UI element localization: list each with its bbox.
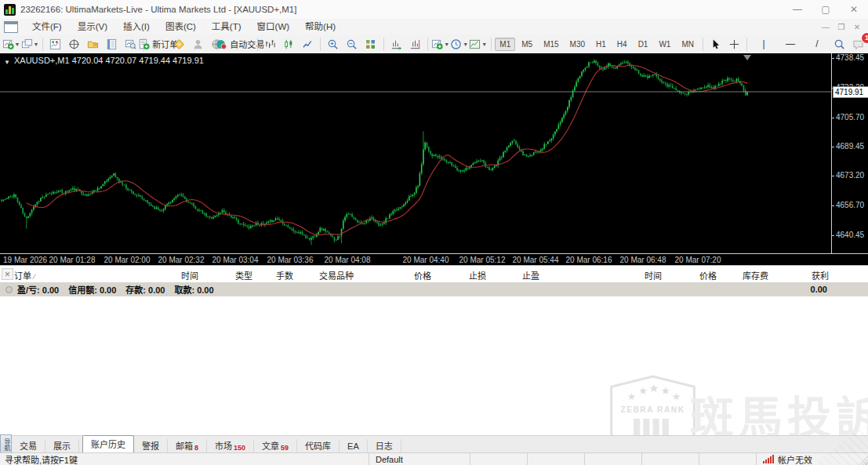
- tile-windows-button[interactable]: [362, 36, 380, 52]
- price-chart[interactable]: [0, 53, 831, 253]
- request-quotes-icon: [192, 38, 204, 50]
- market-watch-button[interactable]: [47, 36, 64, 52]
- column-header[interactable]: 时间: [645, 269, 662, 282]
- time-axis-label: 20 Mar 03:04: [212, 256, 259, 264]
- current-price-box: 4719.91: [833, 86, 868, 98]
- chart-restore-icon[interactable]: ❐: [833, 20, 849, 33]
- time-axis-label: 20 Mar 06:16: [566, 256, 612, 264]
- timeframe-mn-button[interactable]: MN: [677, 38, 699, 51]
- indicators-button[interactable]: ▼: [432, 36, 449, 52]
- data-window-button[interactable]: [66, 36, 83, 52]
- column-header[interactable]: 价格: [414, 269, 431, 282]
- new-chart-button[interactable]: ▼: [2, 36, 20, 52]
- status-empty-cell: [527, 453, 584, 465]
- column-header[interactable]: 交易品种: [319, 269, 354, 282]
- request-quotes-button[interactable]: [190, 36, 207, 52]
- toolbar: ▼▼新订单自动交易▼▼▼M1M5M15M30H1H4D1W1MN|—/1: [0, 35, 868, 54]
- time-axis-label: 20 Mar 02:00: [104, 256, 151, 264]
- column-header[interactable]: 获利: [812, 269, 829, 282]
- trendline-button[interactable]: /: [804, 36, 830, 52]
- column-header[interactable]: 时间: [181, 269, 198, 282]
- data-window-icon: [68, 38, 80, 50]
- timeframe-w1-button[interactable]: W1: [654, 38, 675, 51]
- periods-icon: [450, 38, 462, 50]
- timeframe-h4-button[interactable]: H4: [612, 38, 632, 51]
- chart-shift-button[interactable]: [406, 36, 423, 52]
- time-axis-label: 20 Mar 07:20: [675, 256, 721, 264]
- minimize-icon[interactable]: —: [783, 0, 812, 19]
- menu-item[interactable]: 窗口(W): [249, 22, 298, 31]
- new-order-button[interactable]: 新订单: [147, 36, 169, 52]
- docked-panel-tab[interactable]: 导航: [0, 434, 12, 454]
- vertical-line-icon: |: [762, 38, 764, 49]
- timeframe-m1-button[interactable]: M1: [495, 38, 515, 51]
- periods-button[interactable]: ▼: [451, 36, 468, 52]
- timeframe-h1-button[interactable]: H1: [591, 38, 611, 51]
- time-axis-label: 20 Mar 04:40: [403, 256, 449, 264]
- bars-chart-button[interactable]: [261, 36, 278, 52]
- column-header[interactable]: 手数: [276, 269, 293, 282]
- price-axis[interactable]: 4738.454722.204705.704689.454673.204656.…: [831, 53, 868, 253]
- strategy-tester-button[interactable]: [122, 36, 140, 52]
- notification-badge: 1: [862, 33, 868, 43]
- status-profile-cell[interactable]: Default: [369, 453, 470, 465]
- menu-item[interactable]: 文件(F): [24, 22, 70, 31]
- timeframe-m5-button[interactable]: M5: [517, 38, 537, 51]
- navigator-button[interactable]: [85, 36, 102, 52]
- new-chart-icon: [2, 38, 14, 50]
- close-icon[interactable]: ✕: [840, 0, 868, 19]
- menu-item[interactable]: 工具(T): [204, 22, 249, 31]
- time-axis[interactable]: 19 Mar 202620 Mar 01:2820 Mar 02:0020 Ma…: [0, 253, 868, 266]
- line-chart-button[interactable]: [299, 36, 316, 52]
- search-button[interactable]: [831, 36, 848, 52]
- chart-minimize-icon[interactable]: —: [818, 20, 833, 33]
- terminal-button[interactable]: [104, 36, 121, 52]
- menu-item[interactable]: 帮助(H): [297, 22, 343, 31]
- menu-item[interactable]: 图表(C): [158, 22, 204, 31]
- chevron-down-icon: ▼: [481, 42, 487, 47]
- menu-item[interactable]: 插入(I): [115, 22, 158, 31]
- notifications-button[interactable]: 1: [850, 36, 867, 52]
- metaeditor-button[interactable]: [171, 36, 188, 52]
- metaeditor-icon: [173, 38, 185, 50]
- time-axis-label: 20 Mar 06:48: [620, 256, 666, 264]
- templates-button[interactable]: ▼: [470, 36, 487, 52]
- resize-grip[interactable]: [855, 453, 868, 465]
- chart-area[interactable]: ▼ XAUUSD+,M1 4720.04 4720.07 4719.44 471…: [0, 53, 868, 265]
- time-axis-label: 19 Mar 2026: [3, 256, 47, 264]
- summary-item: 取款: 0.00: [174, 285, 213, 295]
- toolbar-separator: [383, 38, 384, 51]
- column-header[interactable]: 订单∕: [14, 269, 35, 282]
- connection-status-cell[interactable]: 帐户无效: [756, 453, 855, 465]
- chart-profiles-button[interactable]: ▼: [21, 36, 38, 52]
- timeframe-m15-button[interactable]: M15: [539, 38, 563, 51]
- toolbar-separator: [703, 38, 703, 51]
- crosshair-button[interactable]: [725, 36, 743, 52]
- column-header[interactable]: 库存费: [743, 269, 768, 282]
- column-header[interactable]: 类型: [235, 269, 252, 282]
- auto-scroll-button[interactable]: [387, 36, 405, 52]
- column-header[interactable]: 价格: [699, 269, 717, 282]
- time-axis-label: 20 Mar 02:32: [158, 256, 205, 264]
- timeframe-d1-button[interactable]: D1: [634, 38, 653, 51]
- chart-close-icon[interactable]: ✕: [849, 20, 865, 33]
- menu-item[interactable]: 显示(V): [70, 22, 115, 31]
- candles-chart-button[interactable]: [280, 36, 297, 52]
- one-click-trading-arrow[interactable]: ▼: [4, 59, 10, 66]
- chart-legend: ▼ XAUUSD+,M1 4720.04 4720.07 4719.44 471…: [5, 56, 204, 65]
- autotrading-button[interactable]: 自动交易: [227, 36, 253, 52]
- horizontal-line-icon: —: [786, 38, 795, 49]
- column-header[interactable]: 止损: [469, 269, 486, 282]
- horizontal-line-button[interactable]: —: [778, 36, 803, 52]
- timeframe-m30-button[interactable]: M30: [565, 38, 590, 51]
- cursor-button[interactable]: [706, 36, 724, 52]
- column-header[interactable]: 止盈: [522, 269, 539, 282]
- maximize-icon[interactable]: ▢: [812, 0, 840, 19]
- line-chart-icon: [302, 38, 314, 50]
- zoom-out-button[interactable]: [343, 36, 361, 52]
- toolbar-separator: [491, 38, 492, 51]
- tab-账户历史[interactable]: 账户历史: [82, 435, 134, 454]
- vertical-line-button[interactable]: |: [751, 36, 776, 52]
- zoom-in-button[interactable]: [325, 36, 342, 52]
- status-help-text: 寻求帮助,请按F1键: [0, 453, 369, 465]
